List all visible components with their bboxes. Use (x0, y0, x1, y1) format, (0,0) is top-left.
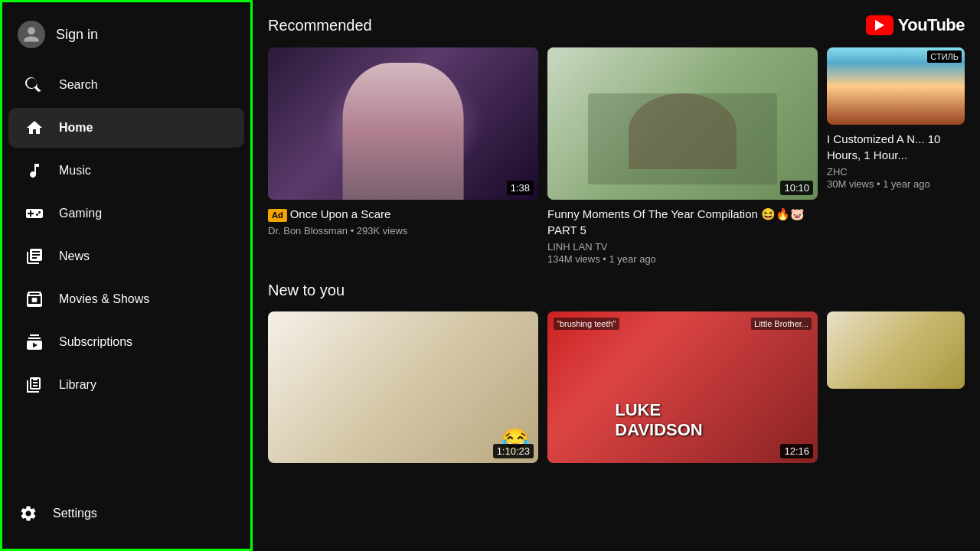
tiktok-overlay-text1: "brushing teeth" (554, 318, 619, 330)
new-to-you-title: New to you (268, 282, 965, 299)
home-icon (24, 117, 45, 139)
sign-in-row[interactable]: Sign in (2, 11, 250, 64)
sidebar-item-music[interactable]: Music (8, 151, 244, 191)
sidebar-item-news[interactable]: News (8, 236, 244, 276)
sign-in-label: Sign in (56, 27, 98, 43)
music-icon (24, 160, 45, 181)
sidebar-item-music-label: Music (59, 164, 91, 178)
duration-badge-4: 1:10:23 (493, 444, 534, 458)
channel-name-3: ZHC (827, 166, 965, 178)
settings-label: Settings (53, 507, 97, 520)
youtube-logo: YouTube (866, 15, 965, 35)
video-card-2[interactable]: 10:10 Funny Moments Of The Year Compilat… (547, 47, 818, 266)
channel-name-2: LINH LAN TV (547, 241, 818, 253)
top-bar: Recommended YouTube (268, 15, 965, 35)
thumbnail-1: 1:38 (268, 47, 538, 200)
thumbnail-3: СТИЛЬ (827, 47, 965, 125)
recommended-grid: 1:38 AdOnce Upon a Scare Dr. Bon Blossma… (268, 47, 965, 266)
video-meta-3: 30M views • 1 year ago (827, 178, 965, 191)
sidebar-item-search[interactable]: Search (8, 65, 244, 105)
gaming-icon (24, 203, 45, 224)
new-to-you-grid: 😂 1:10:23 "brushing teeth" Little Brothe… (268, 311, 965, 470)
thumbnail-2: 10:10 (547, 47, 818, 200)
video-card-1[interactable]: 1:38 AdOnce Upon a Scare Dr. Bon Blossma… (268, 47, 538, 266)
thumbnail-5: "brushing teeth" Little Brother... LUKE … (547, 311, 818, 464)
settings-icon (18, 503, 39, 524)
search-icon (24, 74, 45, 96)
duration-badge-1: 1:38 (507, 181, 534, 195)
sidebar-item-search-label: Search (59, 78, 98, 92)
sidebar-item-subscriptions-label: Subscriptions (59, 335, 132, 349)
sidebar-item-news-label: News (59, 249, 90, 263)
video-title-3: I Customized A N... 10 Hours, 1 Hour... (827, 131, 965, 163)
video-card-3[interactable]: СТИЛЬ I Customized A N... 10 Hours, 1 Ho… (827, 47, 965, 266)
channel-name-1: Dr. Bon Blossman • 293K views (268, 225, 538, 236)
style-overlay: СТИЛЬ (927, 51, 962, 63)
sidebar-item-library[interactable]: Library (8, 365, 244, 405)
duration-badge-5: 12:16 (780, 444, 813, 458)
youtube-logo-icon (866, 15, 893, 35)
thumbnail-4: 😂 1:10:23 (268, 311, 538, 464)
sidebar-item-gaming-label: Gaming (59, 207, 102, 220)
subscriptions-icon (24, 331, 45, 353)
news-icon (24, 246, 45, 267)
sidebar-item-library-label: Library (59, 378, 96, 392)
sidebar-item-movies-label: Movies & Shows (59, 292, 149, 306)
avatar (18, 21, 45, 48)
movies-icon (24, 289, 45, 310)
video-title-2: Funny Moments Of The Year Compilation 😆🔥… (547, 206, 818, 238)
sidebar-item-settings[interactable]: Settings (2, 494, 250, 533)
video-title-1: AdOnce Upon a Scare (268, 206, 538, 222)
sidebar: Sign in Search Home Music Gaming News (0, 0, 253, 551)
ad-badge-1: Ad (268, 209, 287, 222)
video-meta-2: 134M views • 1 year ago (547, 253, 818, 266)
main-content: Recommended YouTube 1:38 AdOnce Upon a S… (253, 0, 980, 551)
youtube-logo-text: YouTube (898, 15, 965, 35)
video-card-6[interactable] (827, 311, 965, 470)
luke-name-overlay: LUKE DAVIDSON (615, 400, 750, 440)
sidebar-item-subscriptions[interactable]: Subscriptions (8, 322, 244, 362)
sidebar-item-home[interactable]: Home (8, 108, 244, 148)
sidebar-item-home-label: Home (59, 121, 93, 135)
library-icon (24, 374, 45, 396)
video-card-5[interactable]: "brushing teeth" Little Brother... LUKE … (547, 311, 818, 470)
sidebar-item-movies[interactable]: Movies & Shows (8, 279, 244, 319)
sidebar-item-gaming[interactable]: Gaming (8, 194, 244, 233)
recommended-title: Recommended (268, 17, 372, 34)
tiktok-overlay-text2: Little Brother... (751, 318, 812, 330)
duration-badge-2: 10:10 (780, 181, 813, 195)
thumbnail-6 (827, 311, 965, 389)
video-card-4[interactable]: 😂 1:10:23 (268, 311, 538, 470)
